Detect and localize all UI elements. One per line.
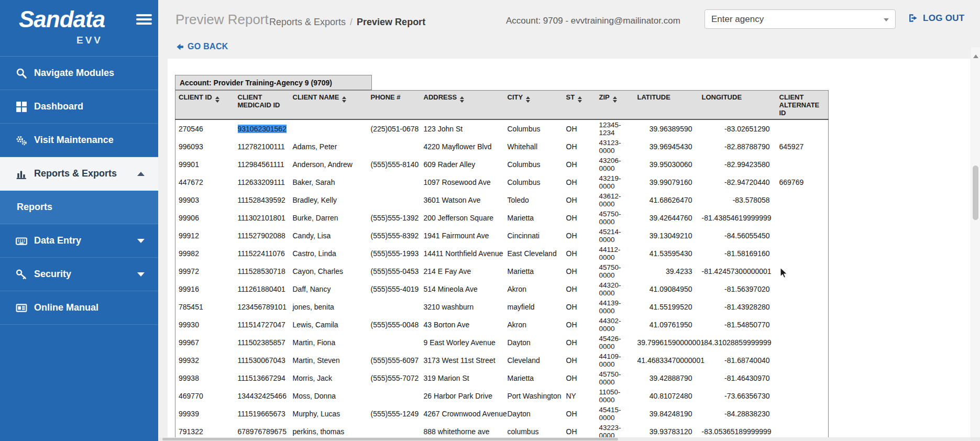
go-back-link[interactable]: GO BACK — [175, 42, 228, 51]
cell-st: OH — [563, 405, 596, 423]
sidebar-item-label: Reports — [17, 202, 52, 213]
cell-city: Whitehall — [504, 138, 563, 156]
column-header-label: LATITUDE — [637, 93, 670, 101]
chevron-up-icon — [137, 172, 145, 176]
sidebar-item-visit-maintenance[interactable]: Visit Maintenance — [0, 124, 158, 157]
cell-zip: 45426-0000 — [596, 334, 634, 351]
sidebar-item-label: Reports & Exports — [34, 168, 117, 179]
cell-medicaid: 111261880401 — [235, 280, 290, 298]
cell-medicaid: 111519665673 — [235, 405, 290, 423]
cell-name — [290, 119, 368, 138]
zip-line: 0000 — [599, 396, 615, 404]
cell-lon: -81.68740040 — [699, 351, 776, 369]
cell-medicaid: 111527902088 — [235, 227, 290, 245]
cell-address: 4267 Crownwood Avenue — [421, 405, 504, 423]
sidebar-item-navigate-modules[interactable]: Navigate Modules — [0, 57, 158, 90]
cell-phone: (555)555-8140 — [368, 156, 421, 173]
horizontal-scrollbar[interactable] — [158, 437, 971, 441]
cell-address: 26 Harbor Park Drive — [421, 387, 504, 405]
cell-address: 3601 Watson Ave — [421, 191, 504, 209]
column-header-city[interactable]: CITY — [504, 91, 563, 120]
column-header-label: CITY — [508, 93, 523, 101]
cell-lat: 41.55199520 — [634, 298, 699, 316]
zip-line: 44302- — [599, 317, 621, 325]
cell-phone — [368, 387, 421, 405]
bar-chart-icon — [16, 168, 27, 180]
sidebar-item-data-entry[interactable]: Data Entry — [0, 224, 158, 258]
cell-name: Castro, Linda — [290, 245, 368, 262]
sidebar-item-dashboard[interactable]: Dashboard — [0, 90, 158, 124]
agency-select-value: Enter agency — [711, 14, 764, 25]
sidebar-item-online-manual[interactable]: Online Manual — [0, 291, 158, 325]
column-header-name[interactable]: CLIENT NAME — [290, 91, 368, 120]
sidebar-item-reports-exports[interactable]: Reports & Exports — [0, 157, 158, 191]
cell-address: 200 Jefferson Square — [421, 209, 504, 227]
cell-st: OH — [563, 316, 596, 334]
logout-icon — [908, 13, 919, 24]
cell-zip: 45750-0000 — [596, 369, 634, 387]
cell-phone: (555)555-7072 — [368, 369, 421, 387]
logout-label: LOG OUT — [923, 13, 965, 24]
zip-line: 0000 — [599, 182, 615, 190]
cell-lon: -81.43928280 — [699, 298, 776, 316]
column-header-label: LONGITUDE — [702, 93, 742, 101]
table-row: 99972111528530718Cayon, Charles(555)555-… — [175, 262, 829, 280]
cell-name: Burke, Darren — [290, 209, 368, 227]
horizontal-scrollbar-thumb[interactable] — [162, 438, 618, 440]
sidebar-item-reports[interactable]: Reports — [0, 191, 158, 224]
vertical-scrollbar-thumb[interactable] — [973, 166, 978, 220]
vertical-scrollbar[interactable] — [971, 47, 980, 437]
cell-name: Martin, Steven — [290, 351, 368, 369]
zip-line: 0000 — [599, 325, 615, 333]
table-row: 270546931062301562(225)051-0678123 John … — [175, 119, 829, 138]
cell-city: Marietta — [504, 369, 563, 387]
cell-client_id: 996093 — [175, 138, 235, 156]
client-report-table: CLIENT IDCLIENT MEDICAID IDCLIENT NAMEPH… — [175, 90, 829, 441]
breadcrumb: Reports & Exports/Preview Report — [269, 17, 425, 28]
logout-button[interactable]: LOG OUT — [908, 13, 965, 24]
cell-medicaid: 111528439592 — [235, 191, 290, 209]
zip-line: 0000 — [599, 343, 615, 350]
breadcrumb-section[interactable]: Reports & Exports — [269, 17, 346, 27]
cell-medicaid: 111502385857 — [235, 334, 290, 351]
cell-zip: 43219-0000 — [596, 173, 634, 191]
zip-line: 45415- — [599, 406, 621, 414]
cell-alt — [776, 369, 829, 387]
sidebar: Sandata EVV Navigate ModulesDashboardVis… — [0, 0, 158, 441]
cell-address: 123 John St — [421, 119, 504, 138]
cell-phone: (555)555-4019 — [368, 280, 421, 298]
cell-alt — [776, 227, 829, 245]
hamburger-menu-icon[interactable] — [136, 14, 152, 27]
cell-st: OH — [563, 298, 596, 316]
cell-phone: (555)555-0048 — [368, 316, 421, 334]
cell-alt — [776, 298, 829, 316]
column-header-address[interactable]: ADDRESS — [421, 91, 504, 120]
column-header-label: ST — [566, 93, 575, 101]
column-header-medicaid: CLIENT MEDICAID ID — [235, 91, 290, 120]
cell-zip: 44302-0000 — [596, 316, 634, 334]
zip-line: 0000 — [599, 271, 615, 279]
column-header-zip[interactable]: ZIP — [596, 91, 634, 120]
sidebar-item-label: Dashboard — [34, 101, 83, 112]
column-header-client_id[interactable]: CLIENT ID — [175, 91, 235, 120]
cell-alt — [776, 245, 829, 262]
cell-name: Morris, Jack — [290, 369, 368, 387]
cell-client_id: 99906 — [175, 209, 235, 227]
table-header-row: CLIENT IDCLIENT MEDICAID IDCLIENT NAMEPH… — [175, 91, 829, 120]
zip-line: 43223- — [599, 424, 621, 432]
cell-st: OH — [563, 351, 596, 369]
cell-lon: -83.02651290 — [699, 119, 776, 138]
cell-city: Columbus — [504, 156, 563, 173]
scroll-up-arrow-icon[interactable] — [973, 54, 978, 58]
zip-line: 0000 — [599, 218, 615, 226]
agency-select[interactable]: Enter agency — [704, 9, 896, 29]
chevron-down-icon — [137, 272, 145, 277]
sidebar-item-security[interactable]: Security — [0, 258, 158, 291]
cell-lon: -81.56397020 — [699, 280, 776, 298]
cell-st: OH — [563, 138, 596, 156]
cell-phone: (555)555-1392 — [368, 209, 421, 227]
cell-client_id: 99932 — [175, 351, 235, 369]
cell-city: Akron — [504, 280, 563, 298]
column-header-st[interactable]: ST — [563, 91, 596, 120]
cell-st: OH — [563, 173, 596, 191]
